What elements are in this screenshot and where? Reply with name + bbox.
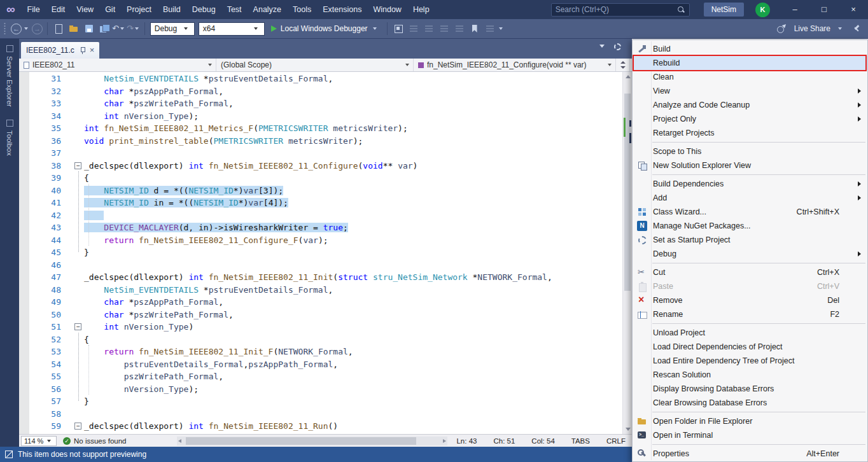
scroll-up-icon[interactable] — [623, 72, 632, 81]
code-text[interactable]: nVersion_Type); — [84, 383, 622, 396]
horizontal-scrollbar[interactable] — [177, 437, 447, 445]
menu-item-add[interactable]: Add — [633, 191, 867, 205]
menu-analyze[interactable]: Analyze — [248, 0, 287, 19]
document-tab[interactable]: IEEE802_11.c × — [21, 42, 99, 59]
code-line-57[interactable]: 57} — [19, 395, 622, 408]
code-text[interactable]: pstruEventDetails_Formal,pszAppPath_Form… — [84, 358, 622, 371]
code-health-indicator[interactable]: ✓ No issues found — [63, 437, 126, 445]
code-text[interactable]: { — [84, 172, 622, 185]
fold-margin[interactable] — [74, 259, 84, 272]
code-line-48[interactable]: 48 NetSim_EVENTDETAILS *pstruEventDetail… — [19, 284, 622, 297]
code-line-52[interactable]: 52{ — [19, 333, 622, 346]
menu-item-open-in-terminal[interactable]: Open in Terminal — [633, 428, 867, 442]
code-line-46[interactable]: 46 — [19, 259, 622, 272]
breakpoint-margin[interactable] — [19, 234, 29, 247]
fold-margin[interactable] — [74, 85, 84, 98]
code-text[interactable]: char *pszWritePath_Formal, — [84, 97, 622, 110]
code-line-39[interactable]: 39{ — [19, 172, 622, 185]
menu-item-clean[interactable]: Clean — [633, 70, 867, 84]
breakpoint-margin[interactable] — [19, 110, 29, 123]
code-editor[interactable]: 31 NetSim_EVENTDETAILS *pstruEventDetail… — [19, 72, 632, 434]
code-line-50[interactable]: 50 char *pszWritePath_Formal, — [19, 309, 622, 321]
tabs-indicator[interactable]: TABS — [571, 437, 590, 445]
save-all-icon[interactable] — [99, 24, 109, 34]
fold-margin[interactable] — [74, 246, 84, 259]
scroll-down-icon[interactable] — [623, 424, 632, 434]
fold-margin[interactable] — [74, 408, 84, 421]
split-editor-button[interactable] — [616, 59, 630, 71]
fold-margin[interactable] — [74, 122, 84, 135]
fold-margin[interactable] — [74, 370, 84, 383]
account-avatar[interactable]: K — [755, 3, 770, 17]
code-line-44[interactable]: 44 return fn_NetSim_IEEE802_11_Configure… — [19, 234, 622, 247]
fold-margin[interactable] — [74, 97, 84, 110]
breakpoint-margin[interactable] — [19, 259, 29, 272]
fold-margin[interactable] — [74, 346, 84, 358]
breakpoint-margin[interactable] — [19, 408, 29, 421]
navigate-forward-button[interactable]: → — [32, 24, 43, 34]
side-tab-server-explorer[interactable]: Server Explorer — [6, 45, 13, 107]
menu-test[interactable]: Test — [221, 0, 248, 19]
menu-project[interactable]: Project — [121, 0, 157, 19]
breakpoint-margin[interactable] — [19, 73, 29, 85]
menu-git[interactable]: Git — [99, 0, 121, 19]
line-number[interactable]: 45 — [29, 246, 65, 259]
line-number[interactable]: 34 — [29, 110, 65, 123]
breakpoint-margin[interactable] — [19, 284, 29, 297]
menu-item-scope-to-this[interactable]: Scope to This — [633, 144, 867, 158]
code-line-43[interactable]: 43 DEVICE_MACLAYER(d, in)->isWiresharkWr… — [19, 221, 622, 234]
menu-item-retarget-projects[interactable]: Retarget Projects — [633, 126, 867, 140]
fold-margin[interactable] — [74, 147, 84, 160]
menu-item-unload-project[interactable]: Unload Project — [633, 326, 867, 340]
fold-margin[interactable] — [74, 172, 84, 185]
scroll-right-icon[interactable] — [443, 439, 446, 443]
line-number[interactable]: 36 — [29, 135, 65, 148]
code-text[interactable]: void print_minstrel_table(PMETRICSWRITER… — [84, 135, 622, 148]
fold-margin[interactable] — [74, 209, 84, 222]
fold-margin[interactable]: − — [74, 321, 84, 333]
code-text[interactable]: int nVersion_Type); — [84, 110, 622, 123]
code-text[interactable]: _declspec(dllexport) int fn_NetSim_IEEE8… — [84, 160, 622, 172]
code-line-32[interactable]: 32 char *pszAppPath_Formal, — [19, 85, 622, 98]
undo-dropdown-icon[interactable] — [120, 27, 124, 30]
vertical-scrollbar[interactable] — [622, 72, 632, 434]
close-button[interactable]: × — [839, 0, 868, 19]
code-text[interactable] — [84, 408, 622, 421]
code-line-47[interactable]: 47_declspec(dllexport) int fn_NetSim_IEE… — [19, 271, 622, 284]
code-text[interactable]: char *pszAppPath_Formal, — [84, 85, 622, 98]
line-number[interactable]: 32 — [29, 85, 65, 98]
fold-margin[interactable] — [74, 309, 84, 321]
line-number[interactable]: 46 — [29, 259, 65, 272]
fold-margin[interactable] — [74, 185, 84, 197]
line-number[interactable]: 44 — [29, 234, 65, 247]
menu-item-debug[interactable]: Debug — [633, 247, 867, 261]
fold-margin[interactable] — [74, 358, 84, 371]
fold-margin[interactable] — [74, 234, 84, 247]
breakpoint-margin[interactable] — [19, 85, 29, 98]
start-debugging-button[interactable]: Local Windows Debugger — [271, 24, 379, 33]
code-text[interactable]: _declspec(dllexport) int fn_NetSim_IEEE8… — [84, 420, 622, 433]
line-number[interactable]: 55 — [29, 370, 65, 383]
side-tab-toolbox[interactable]: Toolbox — [6, 120, 13, 156]
breakpoint-margin[interactable] — [19, 309, 29, 321]
line-number[interactable]: 42 — [29, 209, 65, 222]
fold-margin[interactable] — [74, 395, 84, 408]
line-number[interactable]: 48 — [29, 284, 65, 297]
menu-edit[interactable]: Edit — [46, 0, 71, 19]
menu-item-load-entire-dependency-tree-of-project[interactable]: Load Entire Dependency Tree of Project — [633, 354, 867, 368]
save-icon[interactable] — [84, 24, 94, 34]
code-text[interactable]: char *pszAppPath_Formal, — [84, 296, 622, 309]
minimize-button[interactable]: – — [780, 0, 809, 19]
breakpoint-margin[interactable] — [19, 209, 29, 222]
line-number[interactable]: 52 — [29, 333, 65, 346]
toolbar-options-chevron-icon[interactable] — [499, 27, 503, 30]
fold-collapse-icon[interactable]: − — [74, 323, 81, 330]
breakpoint-margin[interactable] — [19, 147, 29, 160]
navigate-back-button[interactable]: ← — [11, 24, 22, 34]
solution-explorer-sync-icon[interactable] — [393, 24, 403, 34]
fold-margin[interactable]: − — [74, 420, 84, 433]
scrollbar-thumb[interactable] — [186, 437, 416, 445]
maximize-button[interactable]: □ — [809, 0, 839, 19]
fold-margin[interactable] — [74, 73, 84, 85]
fold-margin[interactable] — [74, 296, 84, 309]
